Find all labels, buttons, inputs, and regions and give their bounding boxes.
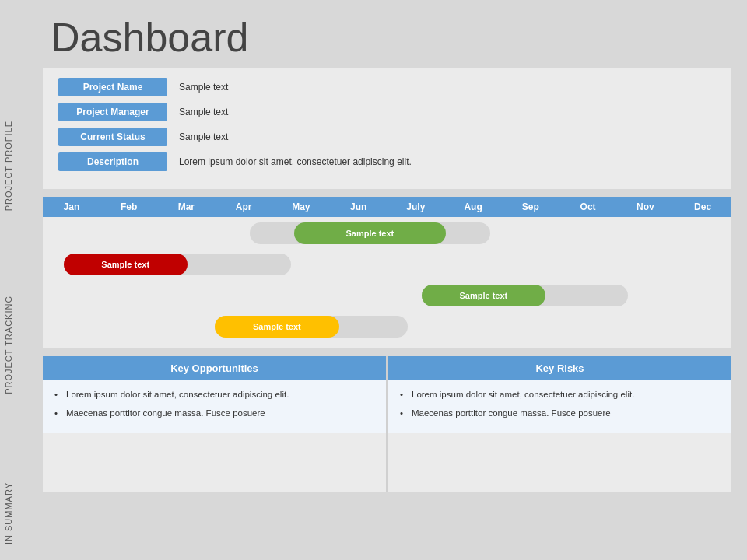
- gantt-bar-green: Sample text: [422, 285, 545, 306]
- risks-body: Lorem ipsum dolor sit amet, consectetuer…: [388, 380, 731, 433]
- month-cell: Mar: [158, 201, 216, 212]
- gantt-row: Sample text: [43, 251, 731, 278]
- tracking-section: JanFebMarAprMayJunJulyAugSepOctNovDec Sa…: [43, 197, 731, 348]
- month-cell: Nov: [617, 201, 675, 212]
- list-item: Maecenas porttitor congue massa. Fusce p…: [400, 407, 720, 419]
- side-label-profile: Project Profile: [4, 121, 13, 211]
- list-item: Lorem ipsum dolor sit amet, consectetuer…: [54, 388, 374, 401]
- profile-row: Project Name Sample text: [58, 78, 716, 96]
- profile-value: Sample text: [179, 107, 228, 117]
- gantt-area: Sample textSample textSample textSample …: [43, 217, 731, 345]
- risks-header: Key Risks: [388, 356, 731, 380]
- list-item: Maecenas porttitor congue massa. Fusce p…: [54, 407, 374, 419]
- profile-value: Lorem ipsum dolor sit amet, consectetuer…: [179, 156, 412, 167]
- risks-col: Key Risks Lorem ipsum dolor sit amet, co…: [388, 356, 731, 492]
- gantt-row: Sample text: [43, 220, 731, 247]
- main-content: Dashboard Project Name Sample text Proje…: [27, 0, 747, 560]
- month-cell: Sep: [502, 201, 559, 212]
- page-title: Dashboard: [27, 0, 747, 68]
- profile-row: Description Lorem ipsum dolor sit amet, …: [58, 152, 716, 171]
- profile-value: Sample text: [179, 82, 228, 93]
- profile-label: Project Name: [58, 78, 167, 96]
- profile-section: Project Name Sample text Project Manager…: [43, 68, 731, 189]
- month-cell: Jun: [330, 201, 388, 212]
- profile-label: Description: [58, 152, 167, 171]
- profile-label: Current Status: [58, 128, 167, 146]
- month-cell: Apr: [215, 201, 272, 212]
- profile-row: Project Manager Sample text: [58, 103, 716, 121]
- side-label-summary: In Summary: [4, 482, 13, 544]
- opportunities-col: Key Opportunities Lorem ipsum dolor sit …: [43, 356, 388, 492]
- profile-row: Current Status Sample text: [58, 128, 716, 146]
- month-cell: July: [388, 201, 445, 212]
- gantt-bar-red: Sample text: [64, 254, 188, 275]
- gantt-row: Sample text: [43, 313, 731, 340]
- list-item: Lorem ipsum dolor sit amet, consectetuer…: [400, 388, 720, 401]
- month-cell: Oct: [559, 201, 617, 212]
- month-cell: Aug: [444, 201, 502, 212]
- summary-section: Key Opportunities Lorem ipsum dolor sit …: [43, 356, 731, 492]
- gantt-row: Sample text: [43, 282, 731, 309]
- profile-label: Project Manager: [58, 103, 167, 121]
- opportunities-header: Key Opportunities: [43, 356, 386, 380]
- side-label-tracking: Project Tracking: [4, 296, 13, 394]
- opportunities-body: Lorem ipsum dolor sit amet, consectetuer…: [43, 380, 386, 433]
- month-header: JanFebMarAprMayJunJulyAugSepOctNovDec: [43, 197, 731, 217]
- month-cell: May: [272, 201, 330, 212]
- month-cell: Dec: [674, 201, 731, 212]
- gantt-bar-orange: Sample text: [215, 316, 338, 338]
- profile-value: Sample text: [179, 131, 228, 142]
- month-cell: Feb: [100, 201, 158, 212]
- month-cell: Jan: [43, 201, 100, 212]
- gantt-bar-green: Sample text: [294, 222, 446, 244]
